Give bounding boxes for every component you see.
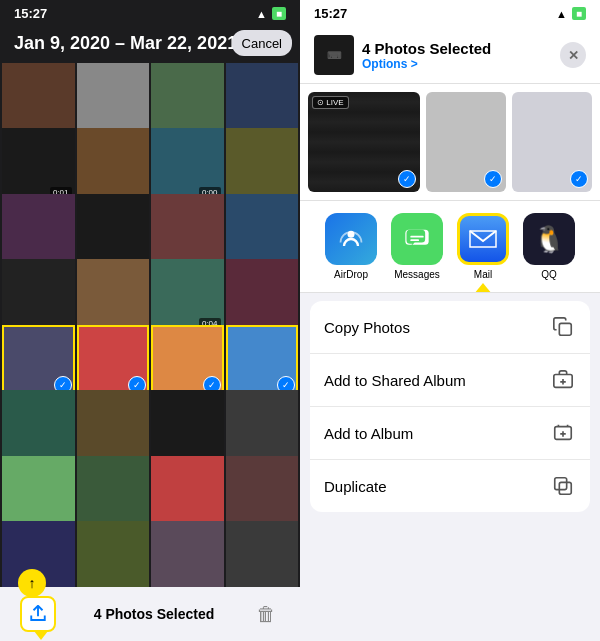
photo-cell[interactable]: 0:01: [2, 128, 75, 201]
photos-selected-title: 4 Photos Selected: [362, 40, 491, 57]
status-bar-right: 15:27 ▲ ■: [300, 0, 600, 25]
add-album-icon: [550, 420, 576, 446]
messages-icon: [391, 213, 443, 265]
photo-cell[interactable]: [226, 194, 299, 267]
photo-cell[interactable]: 0:00: [151, 128, 224, 201]
selected-count: 4 Photos Selected: [94, 606, 215, 622]
add-shared-album-item[interactable]: Add to Shared Album: [310, 354, 590, 407]
photo-cell[interactable]: [226, 128, 299, 201]
photo-cell[interactable]: [226, 456, 299, 529]
photo-cell[interactable]: [77, 390, 150, 463]
photo-cell-selected[interactable]: ✓: [226, 325, 299, 398]
check-circle: ✓: [484, 170, 502, 188]
mail-item[interactable]: Mail: [457, 213, 509, 280]
cancel-label: Cancel: [242, 36, 282, 51]
time-left: 15:27: [14, 6, 47, 21]
copy-photos-item[interactable]: Copy Photos: [310, 301, 590, 354]
photo-cell[interactable]: [77, 194, 150, 267]
photo-grid: 0:01 0:00 0:04 ✓ ✓ ✓ ✓: [0, 61, 300, 587]
duplicate-icon: [550, 473, 576, 499]
photo-cell[interactable]: [226, 259, 299, 332]
status-icons-right: ▲ ■: [556, 7, 586, 20]
photo-cell[interactable]: [151, 63, 224, 136]
photo-cell[interactable]: [77, 456, 150, 529]
add-album-item[interactable]: Add to Album: [310, 407, 590, 460]
photo-cell[interactable]: [151, 521, 224, 587]
photo-cell[interactable]: [226, 390, 299, 463]
preview-photo-3[interactable]: ✓: [512, 92, 592, 192]
qq-icon: 🐧: [523, 213, 575, 265]
share-button[interactable]: [20, 596, 56, 632]
trash-button[interactable]: 🗑: [252, 600, 280, 628]
arrow-annotation: ↑: [18, 569, 46, 597]
preview-photo-2[interactable]: ✓: [426, 92, 506, 192]
add-shared-album-icon: [550, 367, 576, 393]
photo-cell-selected[interactable]: ✓: [77, 325, 150, 398]
status-icons-left: ▲ ■: [256, 7, 286, 20]
svg-rect-7: [555, 478, 567, 490]
photo-cell[interactable]: [77, 259, 150, 332]
battery-icon-right: ■: [572, 7, 586, 20]
options-link[interactable]: Options >: [362, 57, 491, 71]
copy-photos-icon: [550, 314, 576, 340]
add-shared-album-label: Add to Shared Album: [324, 372, 466, 389]
photo-cell[interactable]: [151, 390, 224, 463]
qq-label: QQ: [541, 269, 557, 280]
time-right: 15:27: [314, 6, 347, 21]
photo-cell[interactable]: [77, 63, 150, 136]
airdrop-icon: [325, 213, 377, 265]
airdrop-label: AirDrop: [334, 269, 368, 280]
status-bar-left: 15:27 ▲ ■: [0, 0, 300, 25]
duplicate-item[interactable]: Duplicate: [310, 460, 590, 512]
photo-cell-selected[interactable]: ✓: [2, 325, 75, 398]
preview-photo-1[interactable]: ⊙ LIVE ✓: [308, 92, 420, 192]
photo-cell[interactable]: 0:04: [151, 259, 224, 332]
share-thumbnail: ⌨: [314, 35, 354, 75]
close-button[interactable]: ✕: [560, 42, 586, 68]
photo-cell[interactable]: [2, 63, 75, 136]
left-bottom-bar: ↑ 4 Photos Selected 🗑: [0, 587, 300, 641]
wifi-icon-right: ▲: [556, 8, 567, 20]
messages-label: Messages: [394, 269, 440, 280]
svg-rect-3: [559, 323, 571, 335]
photo-cell[interactable]: [77, 128, 150, 201]
copy-photos-label: Copy Photos: [324, 319, 410, 336]
check-circle: ✓: [570, 170, 588, 188]
app-share-row: AirDrop Messages Mail: [300, 201, 600, 293]
battery-icon: ■: [272, 7, 286, 20]
photo-cell[interactable]: [77, 521, 150, 587]
add-album-label: Add to Album: [324, 425, 413, 442]
left-panel: 15:27 ▲ ■ Jan 9, 2020 – Mar 22, 2021 Can…: [0, 0, 300, 641]
cancel-button[interactable]: Cancel: [232, 30, 292, 56]
photo-cell-selected[interactable]: ✓: [151, 325, 224, 398]
photo-cell[interactable]: [2, 194, 75, 267]
svg-rect-6: [559, 482, 571, 494]
photo-cell[interactable]: [151, 194, 224, 267]
photo-cell[interactable]: [2, 390, 75, 463]
photo-cell[interactable]: [151, 456, 224, 529]
mail-icon: [457, 213, 509, 265]
photo-cell[interactable]: [2, 456, 75, 529]
messages-item[interactable]: Messages: [391, 213, 443, 280]
photo-cell[interactable]: [226, 63, 299, 136]
preview-strip: ⊙ LIVE ✓ ✓ ✓: [300, 84, 600, 201]
right-panel: 15:27 ▲ ■ ⌨ 4 Photos Selected Options > …: [300, 0, 600, 641]
live-badge: ⊙ LIVE: [312, 96, 349, 109]
action-list: Copy Photos Add to Shared Album Add to A…: [310, 301, 590, 512]
airdrop-item[interactable]: AirDrop: [325, 213, 377, 280]
qq-item[interactable]: 🐧 QQ: [523, 213, 575, 280]
duplicate-label: Duplicate: [324, 478, 387, 495]
share-sheet-header: ⌨ 4 Photos Selected Options > ✕: [300, 25, 600, 84]
wifi-icon: ▲: [256, 8, 267, 20]
check-circle: ✓: [398, 170, 416, 188]
photo-cell[interactable]: [2, 259, 75, 332]
share-sheet-title-area: ⌨ 4 Photos Selected Options >: [314, 35, 491, 75]
mail-label: Mail: [474, 269, 492, 280]
photo-cell[interactable]: [226, 521, 299, 587]
